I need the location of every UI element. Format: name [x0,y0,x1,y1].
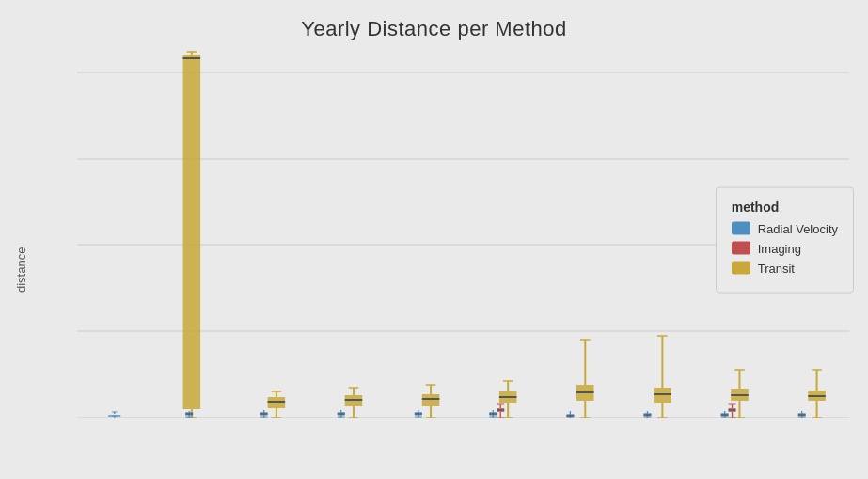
boxplot-transit-2010 [499,381,517,418]
boxplot-transit-2007 [268,391,286,418]
boxplot-rv-2005 [108,412,120,418]
legend-label-imaging: Imaging [758,241,801,255]
legend-color-imaging [732,242,750,255]
chart-title: Yearly Distance per Method [301,17,566,41]
chart-container: Yearly Distance per Method distance [0,0,868,479]
boxplot-imaging-2010 [497,404,504,418]
legend-item-rv: Radial Velocity [732,221,838,235]
boxplot-rv-2014 [798,411,806,418]
boxplot-transit-2012 [654,336,671,418]
boxplot-rv-2013 [721,411,729,418]
boxplot-rv-2010 [489,410,497,418]
legend-item-imaging: Imaging [732,241,838,255]
legend-label-transit: Transit [758,261,795,275]
y-axis-label: distance [14,41,28,470]
legend-color-rv [732,222,750,235]
boxplot-rv-2008 [338,410,345,418]
legend-color-transit [732,262,750,275]
svg-rect-27 [183,55,201,409]
legend-item-transit: Transit [732,261,838,275]
legend-label-rv: Radial Velocity [758,221,838,235]
boxplot-transit-2008 [345,388,363,418]
boxplot-rv-2009 [415,410,422,418]
boxplot-transit-2011 [576,340,594,418]
boxplot-transit-2009 [422,385,440,418]
boxplot-transit-2014 [808,370,826,418]
legend-title: method [732,199,838,214]
chart-body: distance 0 2000 4000 [0,41,868,479]
svg-rect-21 [108,415,120,417]
boxplot-imaging-2013 [729,404,736,418]
boxplot-rv-2007 [260,410,268,418]
boxplot-rv-2011 [566,411,574,418]
legend: method Radial Velocity Imaging Transit [716,186,854,293]
boxplot-rv-2012 [644,411,652,418]
boxplot-transit-2006 [183,52,201,418]
